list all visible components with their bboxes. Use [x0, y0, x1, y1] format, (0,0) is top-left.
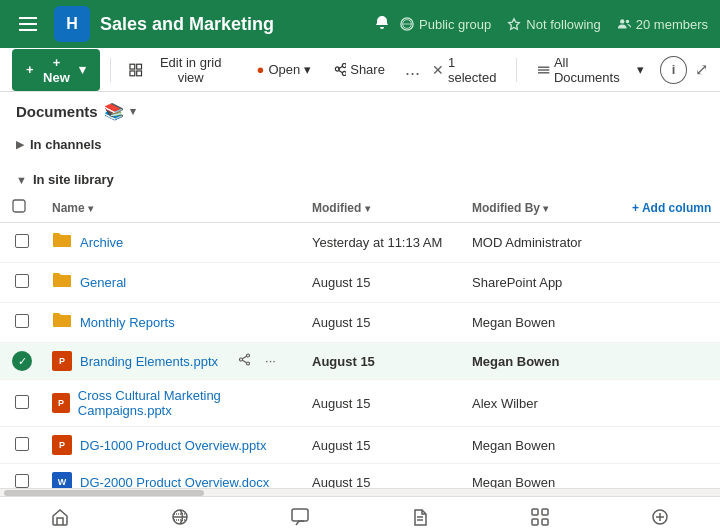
modified-cell: August 15: [300, 427, 460, 464]
extra-cell: [620, 223, 720, 263]
not-following-badge[interactable]: Not following: [507, 17, 600, 32]
modified-sort-icon: ▾: [365, 203, 370, 214]
table-row[interactable]: W DG-2000 Product Overview.docx August 1…: [0, 464, 720, 489]
name-cell[interactable]: P Cross Cultural Marketing Campaigns.ppt…: [40, 380, 300, 427]
table-row[interactable]: Monthly Reports August 15 Megan Bowen: [0, 303, 720, 343]
info-button[interactable]: i: [660, 56, 687, 84]
check-cell[interactable]: [0, 427, 40, 464]
modified-by-sort-icon: ▾: [543, 203, 548, 214]
in-channels-chevron: ▶: [16, 138, 24, 151]
name-cell[interactable]: Archive: [40, 223, 300, 263]
check-cell[interactable]: [0, 223, 40, 263]
svg-point-2: [620, 19, 624, 23]
svg-rect-11: [13, 200, 25, 212]
in-site-library-section: ▼ In site library Name ▾ Modified ▾: [0, 162, 720, 488]
file-share-action: ···: [234, 351, 280, 371]
file-name: DG-2000 Product Overview.docx: [80, 475, 269, 489]
file-table: Name ▾ Modified ▾ Modified By ▾ + Add co…: [0, 193, 720, 488]
clear-selection-button[interactable]: ✕: [432, 62, 444, 78]
share-label: Share: [350, 62, 385, 77]
modified-by-cell: Megan Bowen: [460, 427, 620, 464]
nav-file-icon[interactable]: [400, 497, 440, 529]
table-row[interactable]: Archive Yesterday at 11:13 AM MOD Admini…: [0, 223, 720, 263]
file-checkbox[interactable]: [15, 474, 29, 488]
svg-rect-6: [130, 70, 135, 75]
svg-point-3: [626, 20, 630, 24]
notify-icon[interactable]: [374, 15, 390, 34]
open-button[interactable]: ● Open ▾: [249, 56, 320, 83]
table-row[interactable]: ✓ P Branding Elements.pptx ··· August 15…: [0, 343, 720, 380]
in-channels-header[interactable]: ▶ In channels: [0, 131, 720, 158]
name-cell[interactable]: General: [40, 263, 300, 303]
table-row[interactable]: General August 15 SharePoint App: [0, 263, 720, 303]
modified-cell: August 15: [300, 380, 460, 427]
hamburger-button[interactable]: [12, 8, 44, 40]
modified-by-cell: SharePoint App: [460, 263, 620, 303]
horizontal-scrollbar[interactable]: [0, 488, 720, 496]
in-site-library-header[interactable]: ▼ In site library: [0, 166, 720, 193]
more-options-button[interactable]: ...: [399, 57, 426, 82]
file-checkbox[interactable]: [15, 395, 29, 409]
col-name[interactable]: Name ▾: [40, 193, 300, 223]
hscroll-thumb[interactable]: [4, 490, 204, 496]
nav-home-icon[interactable]: [40, 497, 80, 529]
info-icon: i: [672, 62, 676, 77]
nav-globe-icon[interactable]: [160, 497, 200, 529]
file-checkbox[interactable]: [15, 314, 29, 328]
file-checkbox[interactable]: [15, 274, 29, 288]
documents-area: Documents 📚 ▾ ▶ In channels ▼ In site li…: [0, 92, 720, 488]
nav-grid-icon[interactable]: [520, 497, 560, 529]
svg-line-15: [242, 356, 246, 358]
check-cell[interactable]: [0, 263, 40, 303]
share-action-btn[interactable]: [234, 351, 255, 371]
all-documents-dropdown[interactable]: All Documents ▾: [529, 51, 653, 89]
documents-header: Documents 📚 ▾: [0, 92, 720, 127]
name-cell[interactable]: P Branding Elements.pptx ···: [40, 343, 300, 380]
selected-count: 1 selected: [448, 55, 504, 85]
top-header: H Sales and Marketing Public group Not f…: [0, 0, 720, 48]
members-badge[interactable]: 20 members: [617, 17, 708, 32]
name-sort-icon: ▾: [88, 203, 93, 214]
members-label: 20 members: [636, 17, 708, 32]
name-cell[interactable]: P DG-1000 Product Overview.pptx: [40, 427, 300, 464]
extra-cell: [620, 427, 720, 464]
share-button[interactable]: Share: [325, 56, 393, 83]
extra-cell: [620, 343, 720, 380]
modified-cell: August 15: [300, 303, 460, 343]
add-column-button[interactable]: + Add column: [620, 193, 720, 223]
table-row[interactable]: P DG-1000 Product Overview.pptx August 1…: [0, 427, 720, 464]
check-cell[interactable]: ✓: [0, 343, 40, 380]
public-group-badge[interactable]: Public group: [400, 17, 491, 32]
group-name: Sales and Marketing: [100, 14, 364, 35]
check-cell[interactable]: [0, 303, 40, 343]
new-chevron-icon: ▾: [79, 62, 86, 77]
check-cell[interactable]: [0, 380, 40, 427]
edit-grid-button[interactable]: Edit in grid view: [121, 49, 242, 91]
public-group-label: Public group: [419, 17, 491, 32]
expand-button[interactable]: ⤢: [695, 60, 708, 79]
pptx-icon: P: [52, 393, 70, 413]
open-label: Open: [268, 62, 300, 77]
more-action-btn[interactable]: ···: [261, 351, 280, 371]
extra-cell: [620, 380, 720, 427]
new-button[interactable]: + + New ▾: [12, 49, 100, 91]
check-cell[interactable]: [0, 464, 40, 489]
svg-rect-5: [137, 64, 142, 69]
table-row[interactable]: P Cross Cultural Marketing Campaigns.ppt…: [0, 380, 720, 427]
app-icon: H: [54, 6, 90, 42]
svg-rect-24: [542, 519, 548, 525]
svg-rect-7: [137, 70, 142, 75]
nav-add-icon[interactable]: [640, 497, 680, 529]
col-modified[interactable]: Modified ▾: [300, 193, 460, 223]
name-cell[interactable]: Monthly Reports: [40, 303, 300, 343]
file-checkbox[interactable]: [15, 234, 29, 248]
col-modified-by[interactable]: Modified By ▾: [460, 193, 620, 223]
svg-rect-23: [532, 519, 538, 525]
file-name: Monthly Reports: [80, 315, 175, 330]
name-cell[interactable]: W DG-2000 Product Overview.docx: [40, 464, 300, 489]
folder-icon: [52, 271, 72, 294]
toolbar-separator-1: [110, 58, 111, 82]
file-checkbox[interactable]: [15, 437, 29, 451]
header-right: Public group Not following 20 members: [400, 17, 708, 32]
nav-chat-icon[interactable]: [280, 497, 320, 529]
